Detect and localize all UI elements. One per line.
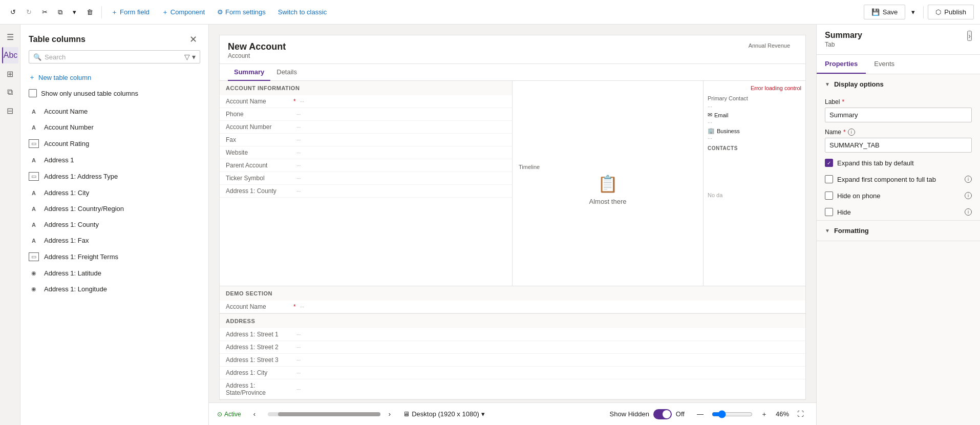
expand-full-info-icon[interactable]: i	[965, 176, 972, 183]
address-city-field: Address 1: City ···	[220, 367, 805, 379]
column-item-address-type[interactable]: ▭Address 1: Address Type	[20, 168, 208, 185]
field-website: Website ···	[220, 146, 512, 159]
form-settings-button[interactable]: ⚙ Form settings	[212, 6, 271, 18]
error-loading[interactable]: Error loading control	[708, 85, 801, 91]
show-unused-checkbox[interactable]	[29, 89, 37, 97]
addr-city-label: Address 1: City	[226, 369, 292, 376]
expand-default-checkbox[interactable]: ✓	[825, 159, 833, 167]
active-badge: ⊙ Active	[217, 411, 241, 418]
cut-button[interactable]: ✂	[38, 6, 52, 18]
address-street1: Address 1: Street 1 ···	[220, 328, 805, 341]
demo-section: Demo Section Account Name * ···	[220, 286, 805, 313]
properties-tab[interactable]: Properties	[817, 55, 866, 74]
layers-button[interactable]: ⧉	[2, 84, 18, 100]
formatting-header[interactable]: ▼ Formatting	[817, 221, 980, 241]
name-info-icon[interactable]: i	[848, 129, 855, 136]
new-column-plus-icon: ＋	[29, 73, 35, 82]
undo-button[interactable]: ↺	[6, 6, 20, 18]
show-hidden-toggle[interactable]	[653, 409, 672, 419]
business-value: ···	[708, 135, 801, 141]
hide-phone-row[interactable]: Hide on phone i	[817, 187, 980, 204]
column-item-address-city[interactable]: AAddress 1: City	[20, 185, 208, 201]
search-icon: 🔍	[33, 53, 41, 61]
add-form-field-button[interactable]: ＋ Form field	[106, 6, 155, 19]
required-star-1: *	[293, 98, 296, 105]
expand-default-row[interactable]: ✓ Expand this tab by default	[817, 155, 980, 171]
display-options-header[interactable]: ▼ Display options	[817, 74, 980, 94]
events-tab[interactable]: Events	[866, 55, 903, 74]
column-item-address-county[interactable]: AAddress 1: County	[20, 217, 208, 232]
label-input[interactable]	[825, 108, 972, 122]
hide-checkbox[interactable]	[825, 208, 833, 216]
fields-button[interactable]: Abc	[2, 47, 18, 63]
address-street3: Address 1: Street 3 ···	[220, 354, 805, 367]
save-label: Save	[883, 8, 898, 16]
demo-field-label: Account Name	[226, 303, 292, 310]
filter-dropdown-icon[interactable]: ▾	[192, 53, 196, 61]
expand-full-row[interactable]: Expand first component to full tab i	[817, 171, 980, 187]
column-item-address-longitude[interactable]: ◉Address 1: Longitude	[20, 281, 208, 297]
zoom-in-button[interactable]: ＋	[757, 408, 772, 421]
column-item-address-fax[interactable]: AAddress 1: Fax	[20, 232, 208, 248]
filter-icon[interactable]: ▽	[184, 53, 190, 61]
column-item-account-name[interactable]: AAccount Name	[20, 103, 208, 119]
label-property-row: Label *	[817, 94, 980, 124]
expand-full-checkbox[interactable]	[825, 175, 833, 183]
new-column-button[interactable]: ＋ New table column	[29, 70, 200, 85]
desktop-dropdown-icon: ▾	[481, 410, 485, 418]
column-item-address-latitude[interactable]: ◉Address 1: Latitude	[20, 265, 208, 281]
addr-street1-dots: ···	[296, 332, 301, 337]
redo-button[interactable]: ↻	[22, 6, 36, 18]
show-unused-row[interactable]: Show only unused table columns	[29, 89, 200, 97]
copy-button[interactable]: ⧉	[54, 6, 67, 18]
column-icon-address-city: A	[29, 190, 39, 196]
primary-contact-value: ···	[708, 103, 801, 110]
addr-street1-label: Address 1: Street 1	[226, 331, 292, 338]
hide-info-icon[interactable]: i	[965, 208, 972, 216]
scroll-right-button[interactable]: ›	[385, 408, 395, 420]
addr-street3-label: Address 1: Street 3	[226, 356, 292, 364]
dropdown-button[interactable]: ▾	[69, 6, 80, 18]
fit-screen-button[interactable]: ⛶	[793, 408, 808, 420]
desktop-selector[interactable]: 🖥 Desktop (1920 x 1080) ▾	[403, 410, 485, 418]
zoom-out-button[interactable]: —	[693, 408, 708, 420]
menu-button[interactable]: ☰	[2, 29, 18, 45]
zoom-controls: — ＋ 46% ⛶	[693, 408, 808, 421]
save-button[interactable]: 💾 Save	[864, 5, 906, 19]
add-component-button[interactable]: ＋ Component	[157, 6, 210, 19]
demo-field-dots: ···	[300, 304, 304, 310]
column-item-account-rating[interactable]: ▭Account Rating	[20, 135, 208, 152]
left-panel: Table columns ✕ 🔍 ▽ ▾ ＋ New table column…	[20, 25, 209, 425]
column-item-address-freight[interactable]: ▭Address 1: Freight Terms	[20, 248, 208, 265]
hide-phone-checkbox[interactable]	[825, 192, 833, 200]
column-item-address-country[interactable]: AAddress 1: Country/Region	[20, 201, 208, 217]
addr-state-dots: ···	[296, 387, 301, 392]
field-dots-2: ···	[296, 112, 301, 117]
name-input[interactable]	[825, 138, 972, 153]
column-label-address-freight: Address 1: Freight Terms	[44, 253, 118, 261]
business-label: Business	[717, 128, 740, 134]
hide-row[interactable]: Hide i	[817, 204, 980, 220]
table-button[interactable]: ⊟	[2, 102, 18, 119]
toggle-knob	[663, 410, 671, 418]
scroll-left-button[interactable]: ‹	[249, 408, 260, 420]
timeline-icon: 📋	[598, 174, 618, 194]
column-item-address-1[interactable]: AAddress 1	[20, 152, 208, 168]
details-tab[interactable]: Details	[270, 64, 303, 81]
column-icon-account-number: A	[29, 124, 39, 131]
hide-phone-info-icon[interactable]: i	[965, 192, 972, 199]
switch-classic-button[interactable]: Switch to classic	[273, 6, 332, 18]
formatting-chevron: ▼	[825, 228, 830, 233]
delete-button[interactable]: 🗑	[82, 6, 97, 18]
zoom-slider[interactable]	[712, 410, 753, 418]
primary-contact-label: Primary Contact	[708, 95, 801, 101]
summary-tab[interactable]: Summary	[228, 64, 270, 81]
save-dropdown-button[interactable]: ▾	[907, 6, 919, 18]
search-input[interactable]	[45, 53, 181, 61]
form-title: New Account	[228, 41, 797, 52]
publish-button[interactable]: ⬡ Publish	[928, 5, 974, 19]
close-panel-button[interactable]: ✕	[186, 33, 200, 46]
dashboard-button[interactable]: ⊞	[2, 66, 18, 82]
expand-panel-button[interactable]: ›	[967, 31, 972, 41]
column-item-account-number[interactable]: AAccount Number	[20, 119, 208, 135]
